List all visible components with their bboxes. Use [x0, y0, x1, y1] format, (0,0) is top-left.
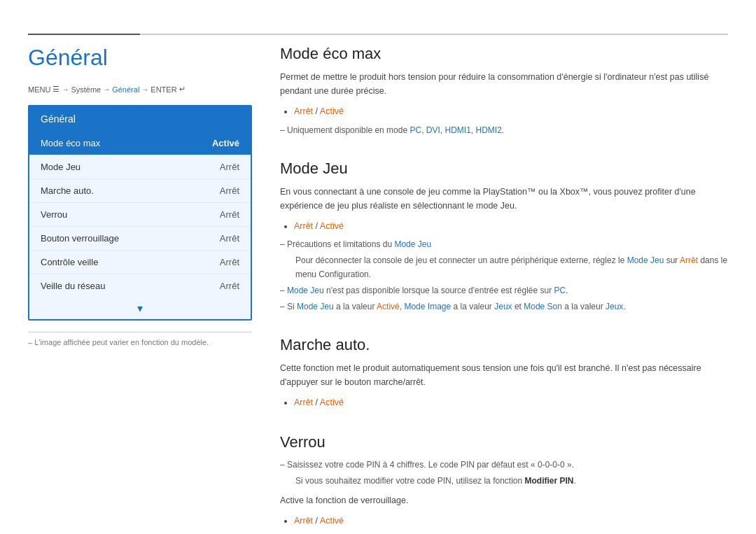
- section-mode-eco-max: Mode éco max Permet de mettre le produit…: [280, 45, 728, 137]
- bullet-list-mode-jeu: Arrêt / Activé: [294, 218, 728, 234]
- bullet-item-arret-actif-2: Arrêt / Activé: [294, 218, 728, 234]
- breadcrumb-arrow1: →: [62, 85, 69, 93]
- left-panel: Général MENU ☰ → Système → Général → ENT…: [28, 45, 252, 534]
- bullet-list-verrou: Arrêt / Activé: [294, 513, 728, 529]
- breadcrumb-system: Système: [71, 85, 101, 94]
- note-mode-jeu-4: Si Mode Jeu a la valeur Activé, Mode Ima…: [280, 300, 728, 314]
- navigation-box: Général Mode éco maxActivéMode JeuArrêtM…: [28, 105, 252, 321]
- nav-item-3[interactable]: VerrouArrêt: [29, 203, 251, 227]
- breadcrumb: MENU ☰ → Système → Général → ENTER ↵: [28, 85, 252, 94]
- nav-item-value-5: Arrêt: [220, 257, 239, 267]
- breadcrumb-menu-icon: ☰: [52, 85, 59, 94]
- nav-item-label-6: Veille du réseau: [41, 281, 106, 291]
- link-mode-image: Mode Image: [404, 302, 451, 311]
- nav-item-value-1: Arrêt: [220, 162, 239, 172]
- section-desc-mode-jeu: En vous connectant à une console de jeu …: [280, 185, 728, 213]
- nav-item-label-4: Bouton verrouillage: [41, 233, 119, 244]
- note-verrou-2: Si vous souhaitez modifier votre code PI…: [283, 475, 728, 488]
- right-panel: Mode éco max Permet de mettre le produit…: [280, 45, 728, 534]
- note-mode-eco-max-1: Uniquement disponible en mode PC, DVI, H…: [280, 124, 728, 137]
- breadcrumb-enter: ENTER: [150, 85, 176, 94]
- link-pc-2: PC: [554, 286, 566, 295]
- arret-label-2: Arrêt: [294, 221, 313, 231]
- arret-label-3: Arrêt: [294, 398, 313, 407]
- verrou-active-label: Active la fonction de verrouillage.: [280, 493, 728, 507]
- bullet-item-arret-actif-1: Arrêt / Activé: [294, 104, 728, 120]
- section-title-mode-eco-max: Mode éco max: [280, 45, 728, 63]
- note-mode-jeu-3: Mode Jeu n'est pas disponible lorsque la…: [280, 284, 728, 297]
- nav-item-2[interactable]: Marche auto.Arrêt: [29, 179, 251, 203]
- link-mode-jeu-4: Mode Jeu: [297, 302, 334, 311]
- section-desc-mode-eco-max: Permet de mettre le produit hors tension…: [280, 70, 728, 98]
- link-dvi: DVI: [426, 125, 440, 135]
- link-mode-jeu-2: Mode Jeu: [627, 255, 664, 265]
- nav-item-4[interactable]: Bouton verrouillageArrêt: [29, 227, 251, 251]
- nav-item-value-6: Arrêt: [220, 281, 239, 291]
- link-hdmi1: HDMI1: [444, 125, 470, 135]
- nav-item-value-4: Arrêt: [220, 233, 239, 244]
- breadcrumb-arrow3: →: [141, 85, 148, 93]
- separator-1: /: [313, 106, 320, 116]
- nav-item-label-1: Mode Jeu: [41, 162, 80, 172]
- link-pc: PC: [410, 125, 421, 135]
- top-divider-accent: [28, 34, 140, 35]
- nav-box-title: Général: [29, 106, 251, 132]
- actif-label-4: Activé: [320, 398, 344, 407]
- section-title-mode-jeu: Mode Jeu: [280, 160, 728, 178]
- arret-label-4: Arrêt: [294, 516, 313, 526]
- nav-item-value-0: Activé: [212, 138, 239, 148]
- actif-label-1: Activé: [320, 106, 344, 116]
- nav-item-6[interactable]: Veille du réseauArrêt: [29, 274, 251, 297]
- nav-item-value-2: Arrêt: [220, 185, 239, 196]
- bullet-list-mode-eco-max: Arrêt / Activé: [294, 104, 728, 120]
- link-modifier-pin: Modifier PIN: [525, 476, 574, 486]
- nav-item-label-5: Contrôle veille: [41, 257, 98, 267]
- nav-item-0[interactable]: Mode éco maxActivé: [29, 132, 251, 155]
- link-mode-jeu-1: Mode Jeu: [394, 239, 431, 249]
- image-note: L'image affichée peut varier en fonction…: [28, 332, 252, 346]
- nav-item-value-3: Arrêt: [220, 209, 239, 220]
- section-desc-marche-auto: Cette fonction met le produit automatiqu…: [280, 361, 728, 389]
- nav-item-label-3: Verrou: [41, 209, 67, 220]
- breadcrumb-enter-icon: ↵: [179, 85, 186, 94]
- separator-4: /: [313, 516, 320, 526]
- nav-item-1[interactable]: Mode JeuArrêt: [29, 155, 251, 179]
- bullet-list-marche-auto: Arrêt / Activé: [294, 395, 728, 411]
- section-verrou: Verrou Saisissez votre code PIN à 4 chif…: [280, 433, 728, 534]
- nav-item-label-2: Marche auto.: [41, 185, 94, 196]
- section-marche-auto: Marche auto. Cette fonction met le produ…: [280, 336, 728, 411]
- separator-3: /: [313, 398, 320, 407]
- note-mode-jeu-2: Pour déconnecter la console de jeu et co…: [283, 254, 728, 281]
- breadcrumb-arrow2: →: [103, 85, 110, 93]
- section-title-marche-auto: Marche auto.: [280, 336, 728, 354]
- note-mode-jeu-1: Précautions et limitations du Mode Jeu: [280, 238, 728, 251]
- link-jeux-1: Jeux: [494, 302, 512, 311]
- page-title: Général: [28, 45, 252, 71]
- separator-2: /: [313, 221, 320, 231]
- note-verrou-1: Saisissez votre code PIN à 4 chiffres. L…: [280, 458, 728, 472]
- bullet-item-arret-actif-4: Arrêt / Activé: [294, 513, 728, 529]
- link-mode-son: Mode Son: [524, 302, 562, 311]
- link-mode-jeu-3: Mode Jeu: [287, 286, 324, 295]
- link-jeux-2: Jeux: [606, 302, 623, 311]
- section-title-verrou: Verrou: [280, 433, 728, 451]
- nav-item-5[interactable]: Contrôle veilleArrêt: [29, 251, 251, 274]
- arret-label-1: Arrêt: [294, 106, 313, 116]
- link-hdmi2: HDMI2: [476, 125, 502, 135]
- breadcrumb-menu: MENU: [28, 85, 50, 94]
- actif-label-5: Activé: [320, 516, 344, 526]
- actif-label-3: Activé: [377, 302, 400, 311]
- nav-more-button[interactable]: ▾: [29, 297, 251, 319]
- actif-label-2: Activé: [320, 221, 344, 231]
- breadcrumb-current: Général: [112, 85, 139, 94]
- bullet-item-arret-actif-3: Arrêt / Activé: [294, 395, 728, 411]
- nav-item-label-0: Mode éco max: [41, 138, 100, 148]
- link-arret-1: Arrêt: [680, 255, 698, 265]
- section-mode-jeu: Mode Jeu En vous connectant à une consol…: [280, 160, 728, 314]
